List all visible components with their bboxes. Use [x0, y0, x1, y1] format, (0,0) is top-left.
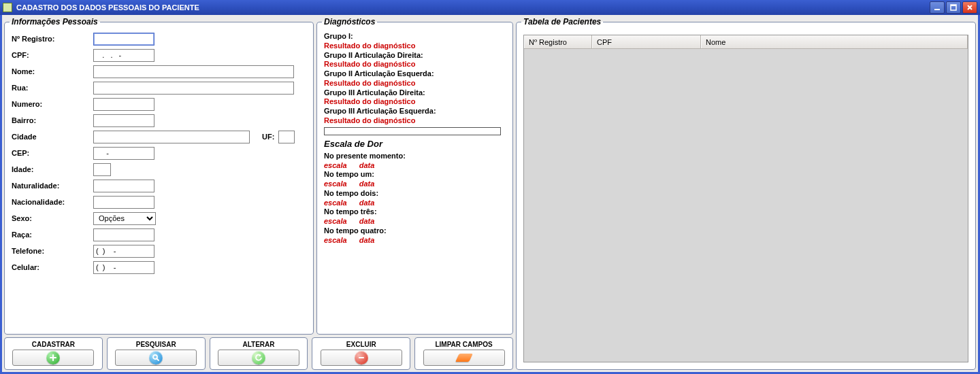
cpf-input[interactable]: [93, 49, 154, 62]
nacionalidade-label: Nacionalidade:: [12, 198, 93, 206]
cpf-label: CPF:: [12, 51, 93, 59]
t2-escala: escala: [324, 199, 347, 207]
title-bar: CADASTRO DOS DADOS PESSOAIS DO PACIENTE: [0, 0, 980, 15]
naturalidade-input[interactable]: [93, 180, 154, 192]
bairro-label: Bairro:: [12, 116, 93, 124]
t0-label: No presente momento:: [324, 152, 506, 161]
patient-table-title: Tabela de Pacientes: [521, 17, 603, 27]
pesquisar-button[interactable]: [115, 350, 197, 366]
nacionalidade-input[interactable]: [93, 196, 154, 209]
table-body: [524, 49, 968, 362]
limpar-button[interactable]: [423, 350, 505, 366]
personal-info-title: Informações Pessoais: [10, 17, 100, 27]
cadastrar-caption: CADASTRAR: [32, 341, 75, 348]
t1-label: No tempo um:: [324, 170, 506, 180]
t2-data: data: [359, 199, 375, 207]
cidade-input[interactable]: [93, 131, 250, 143]
alterar-group: ALTERAR: [210, 337, 308, 370]
table-header: Nº Registro CPF Nome: [524, 35, 968, 49]
action-bar: CADASTRAR PESQUISAR ALTERAR: [4, 337, 513, 370]
sexo-select[interactable]: Opções: [93, 212, 156, 225]
t4-label: No tempo quatro:: [324, 226, 506, 236]
registro-input[interactable]: [93, 33, 154, 46]
t2-label: No tempo dois:: [324, 189, 506, 199]
patient-table[interactable]: Nº Registro CPF Nome: [523, 35, 968, 362]
excluir-group: EXCLUIR: [312, 337, 410, 370]
bairro-input[interactable]: [93, 114, 154, 127]
raca-label: Raça:: [12, 231, 93, 239]
app-body: Informações Pessoais Nº Registro: CPF: N…: [0, 15, 980, 374]
diagnostics-panel: Diagnósticos Grupo I: Resultado do diagn…: [316, 17, 513, 335]
t1-data: data: [359, 180, 375, 188]
t1-escala: escala: [324, 180, 347, 188]
g2d-label: Grupo II Articulação Direita:: [324, 51, 506, 61]
g3e-label: Grupo III Articulação Esquerda:: [324, 107, 506, 116]
patient-table-panel: Tabela de Pacientes Nº Registro CPF Nome: [516, 17, 976, 370]
cep-input[interactable]: [93, 147, 154, 160]
close-icon: [966, 3, 974, 12]
t4-escala: escala: [324, 236, 347, 244]
col-cpf[interactable]: CPF: [592, 35, 701, 48]
registro-label: Nº Registro:: [12, 35, 93, 43]
col-nome[interactable]: Nome: [701, 35, 968, 48]
col-registro[interactable]: Nº Registro: [524, 35, 592, 48]
celular-label: Celular:: [12, 263, 93, 271]
g3e-result: Resultado do diagnóstico: [324, 116, 506, 126]
g1-label: Grupo I:: [324, 32, 506, 41]
svg-rect-0: [934, 9, 940, 10]
t3-escala: escala: [324, 217, 347, 225]
t3-label: No tempo três:: [324, 207, 506, 217]
pain-scale-title: Escala de Dor: [324, 139, 506, 150]
window-title: CADASTRO DOS DADOS PESSOAIS DO PACIENTE: [16, 3, 930, 12]
maximize-button[interactable]: [946, 1, 961, 14]
celular-input[interactable]: [93, 261, 154, 274]
g3d-label: Grupo III Articulação Direita:: [324, 88, 506, 98]
cep-label: CEP:: [12, 149, 93, 157]
nome-input[interactable]: [93, 65, 294, 78]
rua-input[interactable]: [93, 82, 294, 95]
plus-icon: [46, 351, 60, 364]
top-panels: Informações Pessoais Nº Registro: CPF: N…: [4, 17, 513, 335]
left-column: Informações Pessoais Nº Registro: CPF: N…: [4, 17, 513, 370]
diagnostics-content: Grupo I: Resultado do diagnóstico Grupo …: [324, 32, 506, 245]
app-icon: [3, 3, 12, 12]
minimize-icon: [933, 3, 941, 12]
uf-label: UF:: [262, 133, 274, 141]
g3d-result: Resultado do diagnóstico: [324, 97, 506, 107]
personal-info-panel: Informações Pessoais Nº Registro: CPF: N…: [4, 17, 314, 335]
progress-bar: [324, 127, 501, 135]
limpar-caption: LIMPAR CAMPOS: [435, 341, 492, 348]
pesquisar-group: PESQUISAR: [107, 337, 206, 370]
svg-rect-2: [951, 5, 956, 6]
cadastrar-group: CADASTRAR: [4, 337, 103, 370]
window-controls: [930, 1, 977, 14]
cidade-label: Cidade: [12, 133, 93, 141]
idade-input[interactable]: [93, 163, 111, 176]
close-button[interactable]: [962, 1, 977, 14]
alterar-button[interactable]: [218, 350, 299, 366]
alterar-caption: ALTERAR: [242, 341, 274, 348]
uf-input[interactable]: [278, 131, 295, 143]
nome-label: Nome:: [12, 67, 93, 75]
limpar-group: LIMPAR CAMPOS: [414, 337, 513, 370]
t0-data: data: [359, 161, 375, 169]
g1-result: Resultado do diagnóstico: [324, 41, 506, 51]
excluir-button[interactable]: [321, 350, 402, 366]
g2e-result: Resultado do diagnóstico: [324, 79, 506, 88]
cadastrar-button[interactable]: [12, 350, 94, 366]
g2e-label: Grupo II Articulação Esquerda:: [324, 69, 506, 79]
telefone-input[interactable]: [93, 245, 154, 258]
numero-input[interactable]: [93, 98, 154, 111]
diagnostics-title: Diagnósticos: [322, 17, 377, 27]
refresh-icon: [252, 351, 265, 364]
idade-label: Idade:: [12, 165, 93, 173]
t4-data: data: [359, 236, 375, 244]
naturalidade-label: Naturalidade:: [12, 182, 93, 190]
raca-input[interactable]: [93, 228, 154, 241]
search-icon: [149, 351, 163, 364]
sexo-label: Sexo:: [12, 214, 93, 222]
t0-escala: escala: [324, 161, 347, 169]
minimize-button[interactable]: [930, 1, 945, 14]
rua-label: Rua:: [12, 84, 93, 92]
eraser-icon: [455, 354, 473, 362]
